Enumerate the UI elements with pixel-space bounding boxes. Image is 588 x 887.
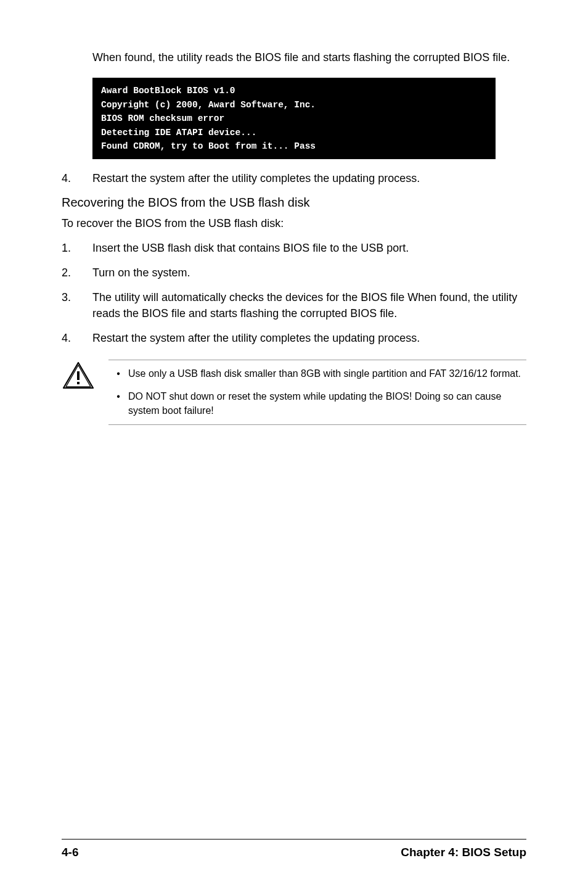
bios-code-output: Award BootBlock BIOS v1.0 Copyright (c) … bbox=[92, 78, 496, 159]
list-item: 3. The utility will automatically checks… bbox=[62, 289, 526, 321]
chapter-title: Chapter 4: BIOS Setup bbox=[401, 846, 526, 859]
intro-paragraph: When found, the utility reads the BIOS f… bbox=[92, 49, 526, 65]
warning-box: • Use only a USB flash disk smaller than… bbox=[62, 360, 526, 425]
warning-text: DO NOT shut down or reset the system whi… bbox=[128, 389, 526, 418]
list-item: 4. Restart the system after the utility … bbox=[62, 330, 526, 346]
sub-text: To recover the BIOS from the USB flash d… bbox=[62, 217, 526, 230]
list-item: 2. Turn on the system. bbox=[62, 265, 526, 281]
bullet-icon: • bbox=[108, 366, 128, 381]
step-number: 2. bbox=[62, 265, 92, 281]
step-number: 4. bbox=[62, 330, 92, 346]
step-text: The utility will automatically checks th… bbox=[92, 289, 526, 321]
warning-icon bbox=[62, 361, 95, 390]
svg-rect-0 bbox=[77, 371, 80, 380]
section-heading: Recovering the BIOS from the USB flash d… bbox=[62, 196, 526, 210]
bullet-icon: • bbox=[108, 389, 128, 418]
page-footer: 4-6 Chapter 4: BIOS Setup bbox=[62, 839, 526, 859]
step-text: Restart the system after the utility com… bbox=[92, 170, 526, 186]
step-4a: 4. Restart the system after the utility … bbox=[62, 170, 526, 186]
step-text: Turn on the system. bbox=[92, 265, 526, 281]
step-number: 3. bbox=[62, 289, 92, 321]
list-item: 1. Insert the USB flash disk that contai… bbox=[62, 240, 526, 256]
svg-rect-1 bbox=[77, 382, 80, 384]
step-number: 1. bbox=[62, 240, 92, 256]
step-text: Insert the USB flash disk that contains … bbox=[92, 240, 526, 256]
step-text: Restart the system after the utility com… bbox=[92, 330, 526, 346]
page-number: 4-6 bbox=[62, 846, 78, 859]
warning-text: Use only a USB flash disk smaller than 8… bbox=[128, 366, 526, 381]
warning-content: • Use only a USB flash disk smaller than… bbox=[108, 360, 526, 425]
step-number: 4. bbox=[62, 170, 92, 186]
warning-item: • Use only a USB flash disk smaller than… bbox=[108, 366, 526, 381]
warning-item: • DO NOT shut down or reset the system w… bbox=[108, 389, 526, 418]
